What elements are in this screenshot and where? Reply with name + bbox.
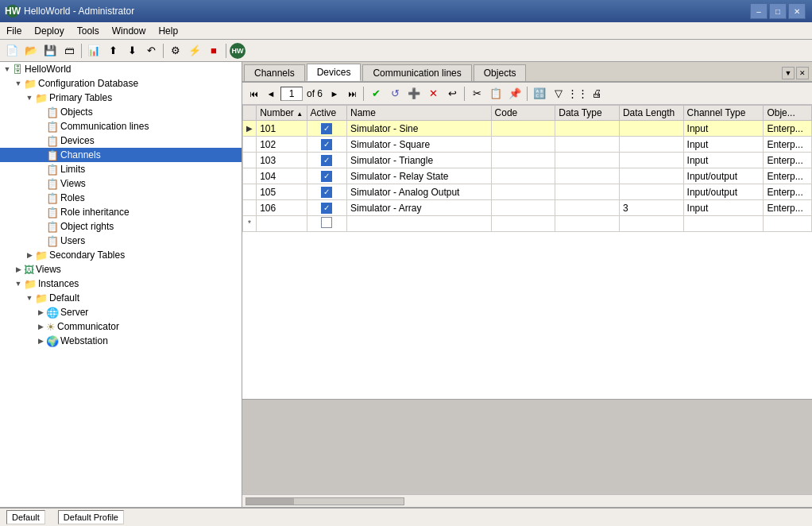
row-code[interactable] [491,153,555,168]
row-active[interactable]: ✓ [307,168,346,184]
sidebar-item-channels[interactable]: ▶ 📋 Channels [0,148,242,162]
table-row[interactable]: 106✓Simulator - Array3InputEnterp... [243,200,812,216]
row-number[interactable]: 101 [257,121,307,137]
row-active[interactable]: ✓ [307,137,346,153]
row-active[interactable]: ✓ [307,200,346,216]
number-header[interactable]: Number [257,106,307,121]
tab-channels[interactable]: Channels [244,64,305,81]
row-datatype[interactable] [555,168,620,184]
columns-button[interactable]: ⋮⋮ [569,86,586,102]
menu-help[interactable]: Help [152,22,184,39]
row-code[interactable] [491,168,555,184]
new-table-row[interactable]: * [243,216,812,232]
copy-button[interactable]: 📋 [487,86,505,102]
stop-btn[interactable]: ■ [205,42,222,60]
row-obj[interactable]: Enterp... [764,184,812,200]
sidebar-item-commlines[interactable]: ▶ 📋 Communication lines [0,119,242,133]
expand-helloworld[interactable]: ▼ [2,64,13,75]
print-button[interactable]: 🖨 [588,86,605,102]
scrollbar-track[interactable] [246,497,404,505]
close-button[interactable]: ✕ [788,3,806,19]
tab-objects[interactable]: Objects [474,64,527,81]
new-row-cell[interactable] [683,216,764,232]
sidebar-item-webstation[interactable]: ▶ 🌍 Webstation [0,334,242,348]
table-row[interactable]: 105✓Simulator - Analog OutputInput/outpu… [243,184,812,200]
expand-primary[interactable]: ▼ [24,92,35,103]
row-active[interactable]: ✓ [307,184,346,200]
table-row[interactable]: 104✓Simulator - Relay StateInput/outputE… [243,168,812,184]
sidebar-item-objrights[interactable]: ▶ 📋 Object rights [0,219,242,234]
table-row[interactable]: 103✓Simulator - TriangleInputEnterp... [243,153,812,168]
row-name[interactable]: Simulator - Sine [347,121,492,137]
revert-button[interactable]: ↺ [386,86,404,102]
active-checkbox[interactable]: ✓ [321,203,332,214]
row-code[interactable] [491,121,555,137]
datatype-header[interactable]: Data Type [555,106,620,121]
last-page-button[interactable]: ⏭ [344,86,360,102]
row-chantype[interactable]: Input [683,200,764,216]
row-name[interactable]: Simulator - Array [347,200,492,216]
monitor-btn[interactable]: ⚡ [186,42,203,60]
menu-window[interactable]: Window [106,22,153,39]
new-row-cell[interactable] [619,216,683,232]
sidebar-item-confdb[interactable]: ▼ 📁 Configuration Database [0,76,242,91]
expand-views[interactable]: ▶ [13,264,24,275]
first-page-button[interactable]: ⏮ [246,86,261,102]
row-datalength[interactable] [619,184,683,200]
code-header[interactable]: Code [491,106,555,121]
row-obj[interactable]: Enterp... [764,168,812,184]
sidebar-item-communicator[interactable]: ▶ ☀ Communicator [0,319,242,334]
add-button[interactable]: ➕ [405,86,423,102]
row-obj[interactable]: Enterp... [764,153,812,168]
sidebar-item-server[interactable]: ▶ 🌐 Server [0,305,242,319]
active-checkbox[interactable]: ✓ [321,171,332,182]
tab-commlines[interactable]: Communication lines [362,64,471,81]
menu-deploy[interactable]: Deploy [28,22,70,39]
new-row-cell[interactable] [491,216,555,232]
row-obj[interactable]: Enterp... [764,137,812,153]
new-row-active[interactable] [307,216,346,232]
minimize-button[interactable]: – [750,3,768,19]
cut-button[interactable]: ✂ [468,86,485,102]
expand-default[interactable]: ▼ [24,292,35,304]
expand-server[interactable]: ▶ [35,307,46,318]
row-code[interactable] [491,184,555,200]
row-chantype[interactable]: Input/output [683,184,764,200]
row-name[interactable]: Simulator - Triangle [347,153,492,168]
row-datalength[interactable] [619,153,683,168]
active-checkbox[interactable]: ✓ [321,123,332,134]
new-active-checkbox[interactable] [321,217,332,228]
sidebar-item-views[interactable]: ▶ 🖼 Views [0,262,242,277]
row-chantype[interactable]: Input [683,121,764,137]
expand-confdb[interactable]: ▼ [13,78,24,89]
menu-tools[interactable]: Tools [71,22,106,39]
row-number[interactable]: 106 [257,200,307,216]
import-button[interactable]: ⬇ [123,42,141,60]
filter-button[interactable]: ▽ [550,86,567,102]
row-active[interactable]: ✓ [307,153,346,168]
undo-button[interactable]: ↶ [142,42,160,60]
sidebar-item-devices[interactable]: ▶ 📋 Devices [0,133,242,148]
row-number[interactable]: 102 [257,137,307,153]
sidebar-item-limits[interactable]: ▶ 📋 Limits [0,162,242,176]
tabbar-menu-button[interactable]: ▼ [782,67,795,79]
sidebar-item-roles[interactable]: ▶ 📋 Roles [0,191,242,205]
row-chantype[interactable]: Input [683,137,764,153]
new-row-cell[interactable] [347,216,492,232]
active-checkbox[interactable]: ✓ [321,187,332,198]
expand-secondary[interactable]: ▶ [24,249,35,261]
row-datatype[interactable] [555,137,620,153]
row-datatype[interactable] [555,184,620,200]
table-row[interactable]: ▶101✓Simulator - SineInputEnterp... [243,121,812,137]
new-button[interactable]: 📄 [3,42,21,60]
bar-chart-button[interactable]: 📊 [85,42,102,60]
row-datalength[interactable] [619,121,683,137]
prev-page-button[interactable]: ◄ [263,86,279,102]
sidebar-item-views-table[interactable]: ▶ 📋 Views [0,176,242,191]
active-header[interactable]: Active [307,106,346,121]
table-row[interactable]: 102✓Simulator - SquareInputEnterp... [243,137,812,153]
active-checkbox[interactable]: ✓ [321,155,332,166]
expand-communicator[interactable]: ▶ [35,321,46,332]
sort-button[interactable]: 🔠 [531,86,548,102]
row-code[interactable] [491,200,555,216]
